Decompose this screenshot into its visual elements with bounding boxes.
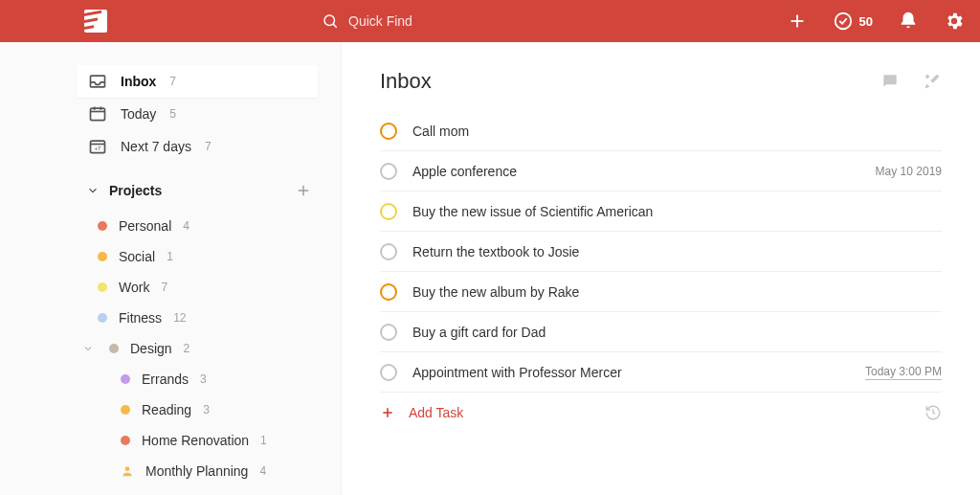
task-date[interactable]: Today 3:00 PM: [865, 365, 942, 380]
topbar-actions: 50: [787, 11, 965, 32]
subproject-item[interactable]: Errands3: [77, 364, 318, 394]
settings-button[interactable]: [944, 11, 965, 32]
task-title: Return the textbook to Josie: [412, 244, 942, 259]
svg-point-4: [835, 13, 851, 30]
project-name: Monthly Planning: [145, 463, 248, 479]
project-count: 3: [203, 403, 210, 416]
filter-count: 5: [169, 107, 176, 121]
filter-label: Inbox: [121, 74, 156, 89]
project-item[interactable]: Personal4: [77, 211, 318, 241]
main: Inbox Call momApple conferenceMay 10 201…: [342, 42, 980, 495]
task-row[interactable]: Buy the new issue of Scientific American: [380, 191, 942, 232]
add-task-button[interactable]: Add Task: [380, 393, 942, 433]
history-icon[interactable]: [924, 404, 942, 421]
task-title: Call mom: [412, 124, 942, 139]
task-row[interactable]: Buy the new album by Rake: [380, 272, 942, 312]
subprojects-list: Errands3Reading3Home Renovation1Monthly …: [77, 364, 341, 486]
project-count: 4: [183, 219, 189, 233]
chevron-down-icon: [86, 184, 100, 197]
app-logo[interactable]: [84, 10, 107, 33]
task-title: Buy the new album by Rake: [412, 284, 942, 300]
add-project-button[interactable]: [295, 182, 312, 199]
filter-inbox[interactable]: Inbox 7: [77, 65, 318, 98]
project-item[interactable]: Work7: [77, 272, 318, 303]
topbar: 50: [0, 0, 980, 42]
project-item[interactable]: Social1: [77, 241, 318, 272]
notifications-button[interactable]: [898, 11, 919, 32]
filter-label: Today: [121, 106, 156, 122]
task-title: Apple conference: [412, 164, 860, 179]
project-count: 7: [161, 281, 167, 294]
task-row[interactable]: Return the textbook to Josie: [380, 232, 942, 272]
filter-label: Next 7 days: [121, 139, 191, 154]
project-name: Home Renovation: [142, 433, 249, 448]
task-checkbox[interactable]: [380, 283, 397, 301]
project-name: Errands: [142, 371, 189, 387]
project-name: Fitness: [119, 310, 162, 326]
task-checkbox[interactable]: [380, 364, 397, 381]
search[interactable]: [322, 12, 787, 30]
projects-list: Personal4Social1Work7Fitness12Design2: [77, 211, 341, 364]
project-name: Social: [119, 249, 155, 264]
task-title: Appointment with Professor Mercer: [412, 365, 850, 380]
project-name: Personal: [119, 218, 171, 234]
task-title: Buy the new issue of Scientific American: [412, 204, 942, 219]
project-count: 2: [184, 342, 190, 355]
task-checkbox[interactable]: [380, 163, 397, 180]
task-checkbox[interactable]: [380, 123, 397, 140]
task-row[interactable]: Appointment with Professor MercerToday 3…: [380, 352, 942, 393]
sidebar: Inbox 7 Today 5 +7 Next 7 days 7 Project…: [0, 42, 342, 495]
project-color-dot: [98, 221, 107, 231]
project-item[interactable]: Fitness12: [77, 303, 318, 333]
svg-point-15: [125, 466, 130, 471]
subproject-item[interactable]: Monthly Planning4: [77, 456, 318, 486]
filter-next7[interactable]: +7 Next 7 days 7: [77, 130, 318, 163]
project-count: 1: [260, 434, 267, 447]
filter-count: 7: [205, 140, 212, 153]
task-title: Buy a gift card for Dad: [412, 325, 942, 340]
task-list: Call momApple conferenceMay 10 2019Buy t…: [380, 111, 942, 393]
svg-point-0: [324, 15, 335, 26]
project-color-dot: [121, 374, 130, 384]
task-row[interactable]: Buy a gift card for Dad: [380, 312, 942, 352]
plus-icon: [380, 405, 395, 420]
karma-button[interactable]: 50: [833, 11, 873, 32]
project-color-dot: [109, 344, 119, 353]
project-item[interactable]: Design2: [77, 333, 318, 364]
subproject-item[interactable]: Reading3: [77, 394, 318, 425]
tools-icon[interactable]: [923, 72, 942, 91]
task-checkbox[interactable]: [380, 203, 397, 220]
filter-count: 7: [169, 75, 176, 88]
calendar-week-icon: +7: [88, 137, 107, 156]
project-color-dot: [98, 313, 107, 323]
project-count: 4: [259, 464, 266, 478]
add-task-label: Add Task: [409, 405, 463, 420]
task-row[interactable]: Call mom: [380, 111, 942, 151]
filter-today[interactable]: Today 5: [77, 98, 318, 130]
project-name: Reading: [142, 402, 191, 417]
subproject-item[interactable]: Home Renovation1: [77, 425, 318, 456]
task-date[interactable]: May 10 2019: [876, 165, 942, 178]
main-header: Inbox: [380, 69, 942, 94]
task-checkbox[interactable]: [380, 324, 397, 341]
inbox-icon: [88, 72, 107, 91]
task-row[interactable]: Apple conferenceMay 10 2019: [380, 151, 942, 191]
project-name: Work: [119, 280, 149, 295]
project-color-dot: [98, 282, 107, 292]
projects-header[interactable]: Projects: [77, 176, 318, 205]
page-title: Inbox: [380, 69, 858, 94]
svg-line-1: [333, 24, 336, 27]
person-icon: [121, 464, 134, 478]
search-input[interactable]: [348, 13, 635, 29]
svg-text:+7: +7: [95, 146, 101, 151]
quick-add-button[interactable]: [787, 11, 808, 32]
task-checkbox[interactable]: [380, 243, 397, 260]
project-count: 3: [200, 372, 207, 386]
project-color-dot: [98, 252, 107, 261]
project-count: 1: [167, 250, 173, 263]
projects-title: Projects: [109, 183, 295, 198]
project-name: Design: [130, 341, 172, 356]
project-color-dot: [121, 405, 130, 415]
comment-icon[interactable]: [880, 72, 900, 91]
karma-count: 50: [859, 14, 873, 29]
